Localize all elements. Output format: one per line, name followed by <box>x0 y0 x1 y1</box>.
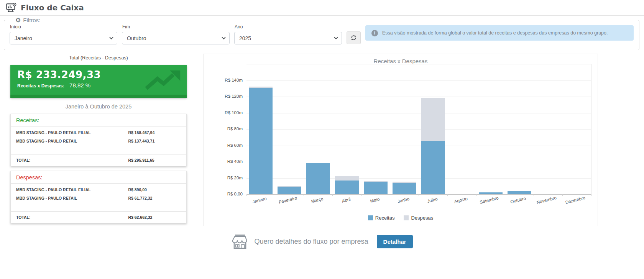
table-row: MBD STAGING - PAULO RETAIL FILIAL R$ 158… <box>16 128 181 137</box>
ano-select[interactable]: 2025 <box>234 32 342 44</box>
bar-receitas[interactable] <box>278 187 301 194</box>
x-axis-tick <box>447 194 448 196</box>
y-axis-tick-label: R$ 100m <box>214 110 243 115</box>
total-value: R$ 295.911,65 <box>128 158 181 162</box>
x-axis-tick <box>304 194 304 196</box>
info-alert: i Essa visão mostrada de forma global o … <box>365 25 634 41</box>
total-label: TOTAL: <box>16 215 128 220</box>
bar-receitas[interactable] <box>479 192 503 194</box>
detalhar-button[interactable]: Detalhar <box>377 235 413 248</box>
total-value: R$ 62.662,32 <box>128 215 181 220</box>
legend-item-receitas[interactable]: Receitas <box>368 215 395 221</box>
footer-action-row: Quero detalhes do fluxo por empresa Deta… <box>0 234 644 249</box>
company-name: MBD STAGING - PAULO RETAIL FILIAL <box>16 187 128 192</box>
x-axis-tick <box>419 194 419 196</box>
chart-card: Receitas x Despesas R$ 140mR$ 120mR$ 100… <box>203 54 598 226</box>
receitas-panel-title: Receitas: <box>11 114 186 126</box>
despesas-panel: Despesas: MBD STAGING - PAULO RETAIL FIL… <box>10 171 187 223</box>
chart-bar-slot: Setembro <box>476 64 505 194</box>
x-axis-month-label: Maio <box>370 197 380 204</box>
bar-despesas[interactable] <box>421 98 445 141</box>
x-axis-month-label: Julho <box>427 197 438 204</box>
chart-title: Receitas x Despesas <box>204 58 598 64</box>
x-axis-tick <box>332 194 333 196</box>
y-axis-tick-label: R$ 140m <box>214 78 243 82</box>
chart-bar-slot: Abril <box>333 64 361 194</box>
x-axis-tick <box>534 194 534 196</box>
chart-bar-slot: Julho <box>419 64 448 194</box>
receitas-panel: Receitas: MBD STAGING - PAULO RETAIL FIL… <box>10 114 187 166</box>
chart-bar-slot: Junho <box>390 64 419 194</box>
gear-icon: ⚙ <box>15 17 21 23</box>
chart-bar-slot: Janeiro <box>246 64 275 194</box>
filters-legend: ⚙ Filtros: <box>13 17 43 23</box>
x-axis-tick <box>591 194 591 196</box>
trend-up-icon <box>144 70 182 93</box>
fim-select[interactable]: Outubro <box>122 32 230 44</box>
bar-receitas[interactable] <box>335 181 359 194</box>
y-axis-tick-label: R$ 0,00 <box>214 192 243 196</box>
x-axis-tick <box>390 194 390 196</box>
inicio-select[interactable]: Janeiro <box>10 32 117 44</box>
despesas-panel-title: Despesas: <box>11 171 186 184</box>
filters-fieldset: ⚙ Filtros: Início Janeiro Fim <box>4 17 639 50</box>
y-axis-tick-label: R$ 60m <box>214 143 243 148</box>
page-header: Fluxo de Caixa <box>0 0 644 16</box>
field-ano: Ano 2025 <box>234 24 342 44</box>
x-axis-tick <box>275 194 275 196</box>
ratio-label: Receitas x Despesas: <box>17 83 64 89</box>
refresh-button[interactable] <box>347 31 361 44</box>
info-icon: i <box>371 30 378 36</box>
chart-bar-slot: Agosto <box>447 64 476 194</box>
chart-legend: ReceitasDespesas <box>204 215 598 221</box>
x-axis-month-label: Fevereiro <box>278 195 297 204</box>
x-axis-month-label: Junho <box>397 196 410 204</box>
chart-bar-slot: Dezembro <box>562 64 591 194</box>
x-axis-month-label: Janeiro <box>252 196 268 204</box>
footer-prompt: Quero detalhes do fluxo por empresa <box>254 238 368 246</box>
inicio-label: Início <box>10 24 117 30</box>
company-value: R$ 158.467,94 <box>128 130 181 135</box>
legend-swatch <box>404 215 409 220</box>
bar-receitas[interactable] <box>249 88 273 194</box>
x-axis-tick <box>246 194 247 196</box>
fim-label: Fim <box>122 24 230 30</box>
x-axis-month-label: Abril <box>342 197 351 203</box>
company-value: R$ 61.772,32 <box>128 196 181 200</box>
y-axis-tick-label: R$ 80m <box>214 126 243 131</box>
receitas-panel-body: MBD STAGING - PAULO RETAIL FILIAL R$ 158… <box>11 126 186 154</box>
y-axis-tick-label: R$ 120m <box>214 94 243 98</box>
bar-despesas[interactable] <box>335 176 359 181</box>
chart-bar-slot: Março <box>304 64 333 194</box>
bar-receitas[interactable] <box>306 163 330 194</box>
bar-receitas[interactable] <box>421 141 445 194</box>
refresh-icon <box>351 35 356 41</box>
chart-plot: R$ 140mR$ 120mR$ 100mR$ 80mR$ 60mR$ 40mR… <box>246 64 591 194</box>
period-label: Janeiro à Outubro de 2025 <box>10 103 187 110</box>
company-value: R$ 137.443,71 <box>128 139 181 143</box>
y-axis-tick-label: R$ 20m <box>214 176 243 180</box>
legend-item-despesas[interactable]: Despesas <box>404 215 433 221</box>
summary-column: Total (Receitas - Despesas) R$ 233.249,3… <box>10 55 187 228</box>
chart-bar-slot: Maio <box>361 64 390 194</box>
info-alert-text: Essa visão mostrada de forma global o va… <box>382 30 608 36</box>
chart-bar-slot: Fevereiro <box>275 64 304 194</box>
bar-receitas[interactable] <box>393 183 416 194</box>
x-axis-tick <box>562 194 563 196</box>
company-name: MBD STAGING - PAULO RETAIL <box>16 196 128 200</box>
x-axis-month-label: Agosto <box>453 196 468 204</box>
store-icon <box>231 234 249 249</box>
table-row: MBD STAGING - PAULO RETAIL R$ 137.443,71 <box>16 137 181 145</box>
cashflow-monitor-icon <box>6 3 16 13</box>
x-axis-month-label: Outubro <box>510 196 526 204</box>
chart-bar-slot: Outubro <box>505 64 534 194</box>
table-row: MBD STAGING - PAULO RETAIL FILIAL R$ 890… <box>16 185 181 194</box>
legend-swatch <box>368 215 373 220</box>
total-label: TOTAL: <box>16 158 128 162</box>
x-axis-tick <box>476 194 476 196</box>
receitas-total-row: TOTAL: R$ 295.911,65 <box>11 154 186 166</box>
page-title: Fluxo de Caixa <box>21 3 84 12</box>
bar-receitas[interactable] <box>508 191 531 194</box>
bar-receitas[interactable] <box>364 182 388 194</box>
x-axis-tick <box>361 194 361 196</box>
